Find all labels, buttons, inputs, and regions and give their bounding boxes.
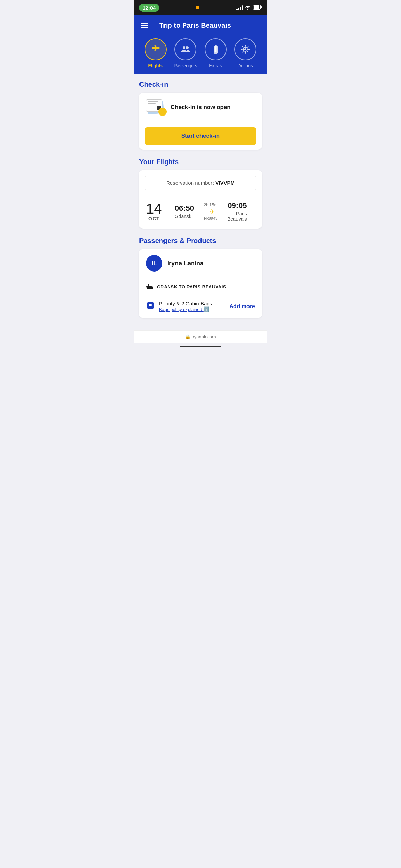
arrow-line-left [199,212,210,212]
passenger-header: IL Iryna Lanina [139,249,262,278]
dep-time: 06:50 [175,204,194,213]
route-row: GDANSK TO PARIS BEAUVAIS [139,278,262,296]
checkin-top: Check-in is now open [139,93,262,122]
wifi-icon [245,5,251,11]
tab-passengers[interactable]: Passengers [171,38,201,74]
reservation-prefix: Reservation number: [166,180,215,186]
flights-icon [150,44,161,55]
svg-rect-8 [214,46,217,53]
svg-point-9 [244,48,246,50]
tab-flights-label: Flights [148,63,163,68]
passenger-card: IL Iryna Lanina GDANSK TO PARIS BEAUVAIS [139,249,262,318]
checkin-divider [145,122,256,122]
extras-icon [211,45,220,54]
reservation-number-val: VIVVPM [215,180,235,186]
flight-info-row: 14 OCT 06:50 Gdansk 2h 15m ✈ FR8943 [139,196,262,229]
add-more-button[interactable]: Add more [229,303,255,310]
checkin-card: Check-in is now open Start check-in [139,93,262,150]
checkin-section-title: Check-in [139,81,262,88]
tab-actions[interactable]: Actions [231,38,261,74]
passengers-products-title: Passengers & Products [139,237,262,245]
svg-point-4 [186,46,189,49]
flight-duration: 2h 15m [204,203,217,207]
flight-arrow: ✈ [199,208,222,216]
product-link[interactable]: Bags policy explained ℹ️ [159,306,212,312]
main-content: Check-in Check-in is now open Start chec… [134,74,267,330]
signal-icon [236,5,243,10]
product-title: Priority & 2 Cabin Bags [159,301,212,306]
arrow-line-right [215,212,222,212]
status-time: 12:04 [139,4,159,12]
arr-city: Paris Beauvais [227,211,247,222]
battery-icon [253,5,262,11]
passengers-section: Passengers & Products IL Iryna Lanina GD… [139,237,262,318]
plane-arrow-icon: ✈ [210,208,215,216]
home-bar [180,346,221,347]
passengers-icon [180,44,191,55]
info-icon: ℹ️ [203,306,209,312]
your-flights-section-title: Your Flights [139,158,262,166]
passenger-avatar: IL [146,255,162,272]
header-divider [154,21,154,30]
lock-icon: 🔒 [185,334,191,339]
checkin-status-text: Check-in is now open [171,104,231,111]
flight-date: 14 OCT [146,202,168,221]
product-info: Priority & 2 Cabin Bags Bags policy expl… [159,301,212,312]
svg-rect-1 [254,5,259,9]
product-row: Priority & 2 Cabin Bags Bags policy expl… [139,296,262,318]
tab-extras-circle [205,38,227,60]
passenger-name: Iryna Lanina [167,260,204,267]
bag-icon [146,301,155,312]
flight-number: FR8943 [204,216,217,220]
flight-arrival: 09:05 Paris Beauvais [227,201,247,222]
tab-passengers-label: Passengers [174,63,197,68]
tab-passengers-circle [174,38,196,60]
svg-rect-2 [261,6,262,8]
bottom-bar: 🔒 ryanair.com [134,330,267,343]
home-indicator [134,343,267,350]
tab-extras[interactable]: Extras [200,38,231,74]
flight-middle: 2h 15m ✈ FR8943 [199,203,222,220]
arr-time: 09:05 [227,201,247,210]
tab-flights[interactable]: Flights [141,38,171,74]
flight-month: OCT [146,216,162,221]
status-bar: 12:04 [134,0,267,15]
tab-flights-circle [145,38,167,60]
status-icons [236,5,262,11]
page-title: Trip to Paris Beauvais [159,22,231,29]
flight-details: 06:50 Gdansk 2h 15m ✈ FR8943 09:05 Pari [168,201,255,222]
menu-button[interactable] [141,23,148,28]
tab-actions-label: Actions [238,63,253,68]
flights-card: Reservation number: VIVVPM 14 OCT 06:50 … [139,170,262,229]
actions-icon [241,45,250,54]
website-url: ryanair.com [193,334,216,339]
route-text: GDANSK TO PARIS BEAUVAIS [157,284,226,289]
tab-extras-label: Extras [209,63,222,68]
reservation-badge: Reservation number: VIVVPM [145,176,256,190]
svg-point-3 [183,46,185,49]
header: Trip to Paris Beauvais Flights Passenger… [134,15,267,74]
departure-icon [146,283,154,291]
ticket-yellow-circle [158,108,167,116]
tab-actions-circle [234,38,256,60]
flight-day: 14 [146,202,162,216]
product-left: Priority & 2 Cabin Bags Bags policy expl… [146,301,212,312]
start-checkin-button[interactable]: Start check-in [145,127,256,145]
nav-tabs: Flights Passengers [141,38,260,74]
ticket-illustration [146,99,165,116]
dep-city: Gdansk [175,214,194,219]
flight-departure: 06:50 Gdansk [175,204,194,219]
